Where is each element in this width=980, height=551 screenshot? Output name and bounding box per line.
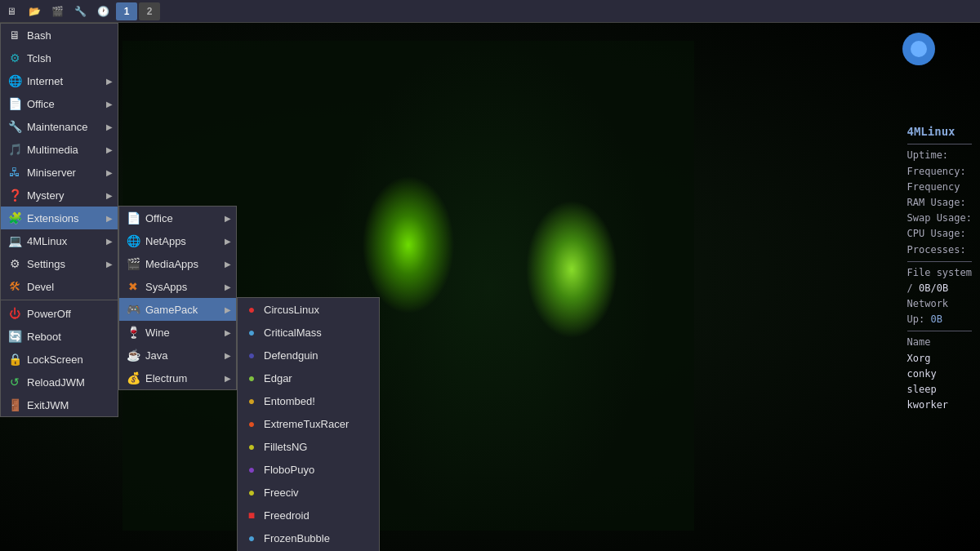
submenu-l2-netapps[interactable]: 🌐 NetApps ▶ — [119, 229, 236, 252]
multimedia-arrow: ▶ — [106, 145, 113, 154]
conky-freq2-row: Frequency — [907, 180, 972, 195]
menu-label-office: Office — [27, 98, 55, 110]
game-criticalmass[interactable]: ● CriticalMass — [238, 321, 379, 344]
conky-ram-label: RAM Usage: — [907, 197, 966, 208]
l2-netapps-icon: 🌐 — [126, 233, 140, 248]
menu-label-miniserver: Miniserver — [27, 167, 76, 179]
l2-label-gamepack: GamePack — [145, 304, 198, 316]
conky-fs-value: 0B/0B — [919, 282, 948, 294]
submenu-l2-mediaapps[interactable]: 🎬 MediaApps ▶ — [119, 252, 236, 275]
game-edgar[interactable]: ● Edgar — [238, 367, 379, 389]
menu-label-reloadjwm: ReloadJWM — [27, 376, 85, 389]
menu-item-4mlinux[interactable]: 💻 4MLinux ▶ — [1, 229, 118, 252]
entombed-icon: ● — [244, 393, 259, 408]
menu-item-poweroff[interactable]: ⏻ PowerOff — [1, 302, 118, 325]
office-icon: 📄 — [7, 96, 22, 111]
extremetuxracer-icon: ● — [244, 416, 259, 431]
l2-sysapps-icon: ✖ — [126, 279, 140, 294]
game-extremetuxracer[interactable]: ● ExtremeTuxRacer — [238, 412, 379, 435]
mystery-icon: ❓ — [7, 188, 22, 202]
menu-item-reloadjwm[interactable]: ↺ ReloadJWM — [1, 371, 118, 393]
game-defendguin[interactable]: ● Defendguin — [238, 344, 379, 367]
conky-name-label: Name — [907, 336, 931, 348]
reloadjwm-icon: ↺ — [7, 375, 22, 389]
l2-wine-icon: 🍷 — [126, 325, 140, 340]
submenu-l2-wine[interactable]: 🍷 Wine ▶ — [119, 321, 236, 344]
menu-item-tclsh[interactable]: ⚙ Tclsh — [1, 47, 118, 69]
l2-label-java: Java — [145, 349, 167, 362]
flobopuyo-icon: ● — [244, 462, 259, 477]
l2-label-office: Office — [145, 212, 173, 224]
menu-item-extensions[interactable]: 🧩 Extensions ▶ — [1, 207, 118, 229]
menu-item-lockscreen[interactable]: 🔒 LockScreen — [1, 348, 118, 371]
menu-item-maintenance[interactable]: 🔧 Maintenance ▶ — [1, 115, 118, 138]
l2-gamepack-icon: 🎮 — [126, 302, 140, 317]
game-entombed[interactable]: ● Entombed! — [238, 389, 379, 412]
menu-item-miniserver[interactable]: 🖧 Miniserver ▶ — [1, 161, 118, 184]
menu-item-bash[interactable]: 🖥 Bash — [1, 24, 118, 47]
label-criticalmass: CriticalMass — [264, 327, 322, 339]
internet-icon: 🌐 — [7, 73, 22, 88]
menu-item-exitjwm[interactable]: 🚪 ExitJWM — [1, 393, 118, 416]
conky-proc-kworker-label: kworker — [907, 399, 949, 411]
conky-network-label: Network — [907, 298, 949, 309]
menu-label-exitjwm: ExitJWM — [27, 399, 69, 411]
menu-item-office[interactable]: 📄 Office ▶ — [1, 92, 118, 115]
conky-proc-sleep: sleep — [907, 382, 972, 398]
menu-item-reboot[interactable]: 🔄 Reboot — [1, 325, 118, 348]
conky-divider-1 — [907, 144, 972, 144]
game-flobopuyo[interactable]: ● FloboPuyo — [238, 458, 379, 481]
workspace-2[interactable]: 2 — [139, 2, 160, 20]
exitjwm-icon: 🚪 — [7, 398, 22, 412]
menu-label-4mlinux: 4MLinux — [27, 235, 67, 247]
conky-fs-path-row: / 0B/0B — [907, 281, 972, 296]
internet-arrow: ▶ — [106, 77, 113, 86]
conky-proc-conky: conky — [907, 367, 972, 382]
taskbar-icon-3[interactable]: 🔧 — [69, 0, 91, 23]
taskbar-icon-0[interactable]: 🖥 — [0, 0, 23, 23]
4mlinux-arrow: ▶ — [106, 237, 113, 246]
conky-network-row: Network — [907, 296, 972, 312]
conky-freq-row: Frequency: — [907, 164, 972, 180]
menu-item-settings[interactable]: ⚙ Settings ▶ — [1, 252, 118, 275]
game-circuslinux[interactable]: ● CircusLinux — [238, 298, 379, 321]
l2-office-arrow: ▶ — [225, 214, 231, 223]
game-freedroid[interactable]: ■ Freedroid — [238, 504, 379, 527]
label-extremetuxracer: ExtremeTuxRacer — [264, 418, 349, 430]
freeciv-icon: ● — [244, 485, 259, 500]
l2-label-electrum: Electrum — [145, 372, 187, 384]
menu-label-settings: Settings — [27, 258, 65, 270]
menu-label-multimedia: Multimedia — [27, 144, 78, 156]
settings-arrow: ▶ — [106, 260, 113, 269]
taskbar-icon-1[interactable]: 📂 — [23, 0, 46, 23]
submenu-l2-java[interactable]: ☕ Java ▶ — [119, 344, 236, 367]
filletsng-icon: ● — [244, 439, 259, 454]
conky-uptime-row: Uptime: — [907, 148, 972, 163]
submenu-l2-sysapps[interactable]: ✖ SysApps ▶ — [119, 275, 236, 298]
submenu-l2-office[interactable]: 📄 Office ▶ — [119, 207, 236, 229]
game-frozenbubble[interactable]: ● FrozenBubble — [238, 527, 379, 549]
submenu-l2-electrum[interactable]: 💰 Electrum ▶ — [119, 367, 236, 389]
game-freeciv[interactable]: ● Freeciv — [238, 481, 379, 504]
menu-item-multimedia[interactable]: 🎵 Multimedia ▶ — [1, 138, 118, 161]
conky-freq-label: Frequency: — [907, 166, 966, 177]
submenu-l2-gamepack[interactable]: 🎮 GamePack ▶ — [119, 298, 236, 321]
taskbar-icon-4[interactable]: 🕐 — [91, 0, 114, 23]
label-freeciv: Freeciv — [264, 487, 299, 499]
taskbar-icon-2[interactable]: 🎬 — [46, 0, 69, 23]
conky-widget: 4MLinux Uptime: Frequency: Frequency RAM… — [907, 122, 972, 413]
conky-fs-label: File system — [907, 267, 972, 278]
label-flobopuyo: FloboPuyo — [264, 464, 314, 476]
extensions-icon: 🧩 — [7, 211, 22, 225]
extensions-arrow: ▶ — [106, 214, 113, 223]
game-filletsng[interactable]: ● FilletsNG — [238, 435, 379, 458]
conky-up-label: Up: — [907, 313, 925, 325]
criticalmass-icon: ● — [244, 325, 259, 340]
submenu-extensions: 📄 Office ▶ 🌐 NetApps ▶ 🎬 MediaApps ▶ ✖ S… — [118, 206, 237, 390]
workspace-1[interactable]: 1 — [116, 2, 137, 20]
menu-item-internet[interactable]: 🌐 Internet ▶ — [1, 69, 118, 92]
label-circuslinux: CircusLinux — [264, 304, 319, 316]
menu-item-devel[interactable]: 🛠 Devel — [1, 275, 118, 298]
workspace-switcher: 1 2 — [116, 2, 160, 20]
menu-item-mystery[interactable]: ❓ Mystery ▶ — [1, 184, 118, 207]
